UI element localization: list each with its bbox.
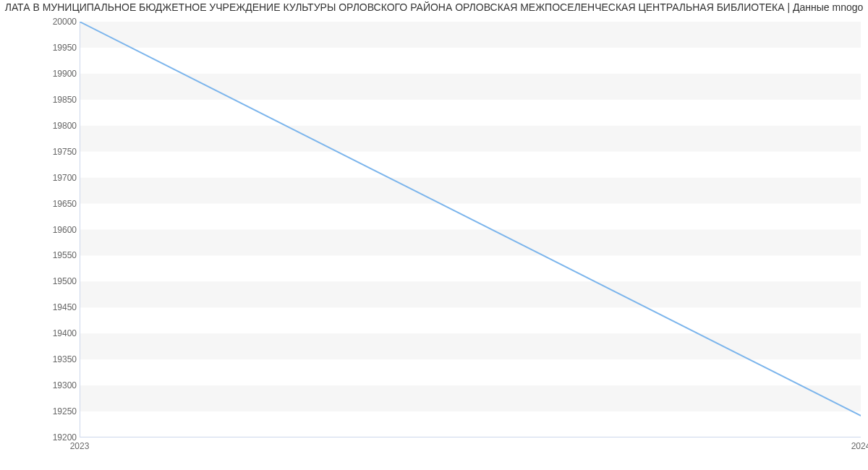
y-tick-label: 19800 — [33, 121, 77, 130]
grid-band — [80, 230, 861, 256]
y-tick-label: 19250 — [33, 407, 77, 416]
chart-container: ЛАТА В МУНИЦИПАЛЬНОЕ БЮДЖЕТНОЕ УЧРЕЖДЕНИ… — [0, 0, 868, 470]
y-tick-label: 19400 — [33, 329, 77, 338]
plot-area — [80, 22, 861, 437]
grid-band — [80, 22, 861, 48]
y-tick-label: 19950 — [33, 43, 77, 52]
plot-svg — [80, 22, 861, 437]
x-tick-label: 2024 — [839, 441, 868, 451]
grid-band — [80, 74, 861, 100]
x-tick-label: 2023 — [58, 441, 101, 451]
y-tick-label: 19500 — [33, 277, 77, 286]
y-tick-label: 20000 — [33, 17, 77, 26]
grid-band — [80, 281, 861, 307]
grid-band — [80, 385, 861, 411]
y-tick-label: 19900 — [33, 69, 77, 78]
y-tick-label: 19450 — [33, 303, 77, 312]
y-tick-label: 19750 — [33, 148, 77, 156]
y-tick-label: 19600 — [33, 226, 77, 234]
grid-band — [80, 333, 861, 359]
y-tick-label: 19350 — [33, 355, 77, 364]
y-tick-label: 19700 — [33, 174, 77, 182]
y-tick-label: 19300 — [33, 381, 77, 390]
y-tick-label: 19550 — [33, 251, 77, 260]
chart-title: ЛАТА В МУНИЦИПАЛЬНОЕ БЮДЖЕТНОЕ УЧРЕЖДЕНИ… — [0, 1, 868, 13]
grid-band — [80, 126, 861, 152]
y-tick-label: 19850 — [33, 95, 77, 104]
grid-band — [80, 178, 861, 204]
y-tick-label: 19650 — [33, 200, 77, 208]
